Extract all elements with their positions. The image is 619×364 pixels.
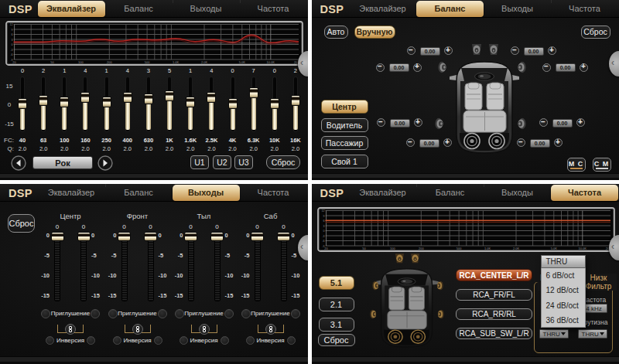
svg-text:-3: -3 xyxy=(322,234,324,237)
svg-text:10.0K: 10.0K xyxy=(578,247,587,250)
svg-text:200: 200 xyxy=(107,60,112,64)
svg-text:20: 20 xyxy=(12,60,16,64)
svg-text:100: 100 xyxy=(78,60,84,64)
svg-text:5.0K: 5.0K xyxy=(550,247,557,250)
svg-text:12: 12 xyxy=(321,209,324,213)
svg-text:3: 3 xyxy=(12,39,13,42)
svg-text:-6: -6 xyxy=(10,53,12,56)
svg-text:0: 0 xyxy=(12,43,13,46)
svg-text:-3: -3 xyxy=(10,49,12,52)
svg-text:2.0K: 2.0K xyxy=(512,247,519,250)
svg-text:6: 6 xyxy=(12,33,13,36)
svg-text:500: 500 xyxy=(145,60,150,64)
svg-text:50: 50 xyxy=(50,60,54,64)
svg-text:10.0K: 10.0K xyxy=(267,60,275,64)
svg-text:9: 9 xyxy=(323,214,324,217)
svg-text:6: 6 xyxy=(323,219,324,223)
svg-text:12: 12 xyxy=(10,23,13,26)
svg-text:9: 9 xyxy=(12,29,13,32)
svg-text:1.0K: 1.0K xyxy=(484,247,491,250)
svg-text:20: 20 xyxy=(324,247,328,250)
svg-text:2.0K: 2.0K xyxy=(201,60,208,64)
svg-text:-6: -6 xyxy=(322,240,324,243)
svg-text:5.0K: 5.0K xyxy=(239,60,246,64)
svg-text:0: 0 xyxy=(323,230,324,233)
svg-text:3: 3 xyxy=(323,224,324,227)
svg-text:500: 500 xyxy=(456,247,461,250)
svg-text:1.0K: 1.0K xyxy=(173,60,180,64)
